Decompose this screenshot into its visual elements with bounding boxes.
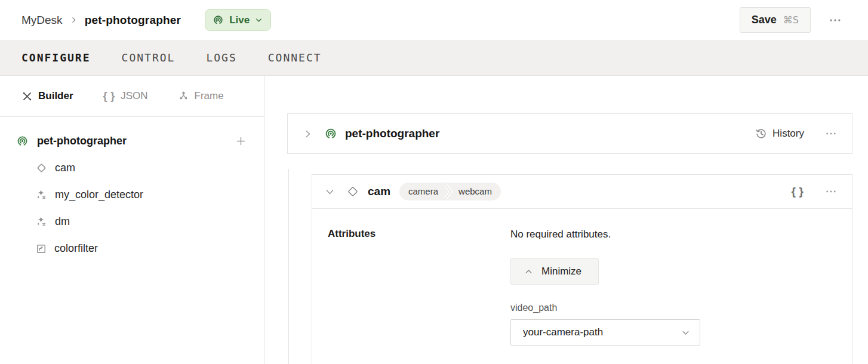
mode-json-label: JSON — [121, 90, 147, 102]
tab-connect[interactable]: CONNECT — [268, 51, 322, 64]
machine-part-card: pet-photographer History — [287, 113, 852, 154]
machine-broadcast-icon — [16, 135, 29, 147]
history-clock-icon — [755, 127, 768, 140]
tree-item-machine[interactable]: pet-photographer — [0, 128, 264, 155]
braces-icon: { } — [103, 90, 116, 103]
chevron-down-icon — [681, 328, 690, 337]
part-children-group: cam camera webcam { } — [288, 169, 852, 364]
tools-icon — [21, 91, 33, 102]
frame-axes-icon — [178, 91, 189, 102]
machine-resource-tree: pet-photographer cam my_color_detector — [0, 117, 264, 262]
config-main-panel: pet-photographer History — [264, 76, 868, 364]
machine-options-menu-button[interactable] — [826, 11, 844, 29]
ellipsis-icon — [825, 128, 837, 140]
tree-item-my-color-detector-label: my_color_detector — [55, 189, 143, 201]
service-sparkle-icon — [35, 189, 48, 201]
plus-icon — [235, 135, 247, 147]
top-bar: MyDesk pet-photographer Live Save ⌘S — [0, 0, 868, 40]
component-diamond-icon — [35, 162, 48, 174]
machine-broadcast-icon — [324, 127, 337, 140]
cam-card-header: cam camera webcam { } — [312, 175, 852, 209]
mode-builder[interactable]: Builder — [21, 90, 73, 102]
tree-item-my-color-detector[interactable]: my_color_detector — [0, 181, 264, 208]
model-name-tag: webcam — [453, 183, 501, 200]
part-options-menu-button[interactable] — [823, 126, 839, 141]
video-path-select[interactable]: your-camera-path — [510, 319, 700, 346]
tab-logs[interactable]: LOGS — [206, 51, 236, 64]
module-icon — [35, 243, 47, 255]
tree-item-dm-label: dm — [55, 215, 70, 228]
tree-item-colorfilter-label: colorfilter — [54, 242, 98, 255]
video-path-field-label: video_path — [510, 303, 852, 313]
main-nav-tabs: CONFIGURE CONTROL LOGS CONNECT — [0, 40, 868, 76]
mode-frame[interactable]: Frame — [178, 90, 224, 102]
component-diamond-icon — [346, 184, 360, 199]
tree-item-cam[interactable]: cam — [0, 155, 264, 181]
ellipsis-icon — [829, 14, 842, 27]
chevron-up-icon — [524, 267, 533, 276]
cam-component-card: cam camera webcam { } — [312, 174, 852, 364]
breadcrumb: MyDesk pet-photographer — [21, 14, 181, 27]
config-sidebar: Builder { } JSON Frame — [0, 76, 264, 364]
part-card-title: pet-photographer — [345, 127, 755, 140]
chevron-down-icon — [325, 187, 334, 196]
breadcrumb-root-link[interactable]: MyDesk — [21, 14, 63, 27]
service-sparkle-icon — [35, 215, 48, 228]
history-button[interactable]: History — [755, 127, 804, 140]
cam-json-toggle-button[interactable]: { } — [791, 185, 804, 198]
no-required-attributes-text: No required attributes. — [510, 228, 852, 241]
mode-builder-label: Builder — [38, 90, 73, 102]
cam-card-body: Attributes No required attributes. Minim… — [312, 209, 852, 364]
tab-configure[interactable]: CONFIGURE — [21, 51, 91, 64]
collapse-cam-button[interactable] — [325, 187, 334, 196]
ellipsis-icon — [825, 186, 837, 198]
live-status-dropdown[interactable]: Live — [205, 9, 271, 31]
tree-item-machine-label: pet-photographer — [37, 135, 233, 147]
mode-json[interactable]: { } JSON — [103, 90, 148, 103]
save-button-label: Save — [752, 14, 777, 26]
broadcast-icon — [213, 14, 224, 26]
tree-item-cam-label: cam — [55, 162, 75, 174]
tree-item-colorfilter[interactable]: colorfilter — [0, 235, 264, 262]
save-button[interactable]: Save ⌘S — [740, 7, 811, 33]
video-path-select-value: your-camera-path — [523, 326, 681, 338]
breadcrumb-current: pet-photographer — [85, 14, 181, 27]
live-status-label: Live — [229, 14, 250, 26]
model-api-tag: camera — [399, 183, 444, 200]
minimize-button[interactable]: Minimize — [510, 258, 599, 285]
attributes-section-label: Attributes — [328, 228, 510, 240]
minimize-button-label: Minimize — [541, 266, 581, 277]
chevron-right-icon — [303, 129, 312, 138]
save-shortcut-hint: ⌘S — [783, 14, 799, 26]
breadcrumb-separator-icon — [70, 16, 78, 24]
tree-item-dm[interactable]: dm — [0, 208, 264, 235]
mode-frame-label: Frame — [195, 90, 224, 102]
cam-card-title: cam — [368, 185, 390, 198]
cam-options-menu-button[interactable] — [823, 184, 839, 199]
chevron-down-icon — [255, 16, 263, 24]
history-button-label: History — [772, 128, 804, 140]
tab-control[interactable]: CONTROL — [122, 51, 176, 64]
expand-part-button[interactable] — [303, 129, 312, 138]
pill-separator-chevron-icon — [444, 183, 453, 200]
add-resource-button[interactable] — [233, 134, 248, 149]
model-type-pill: camera webcam — [399, 183, 501, 200]
view-mode-toggle: Builder { } JSON Frame — [0, 76, 264, 117]
